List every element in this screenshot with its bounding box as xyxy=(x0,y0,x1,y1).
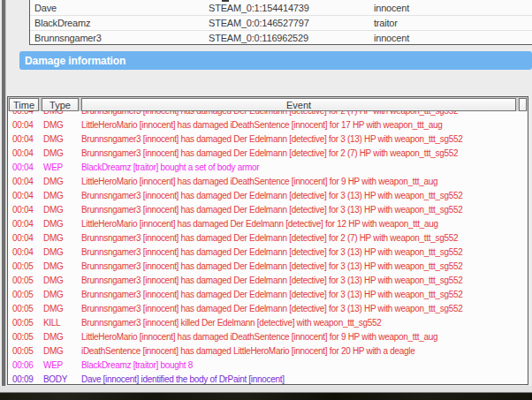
player-name: BlackDreamz xyxy=(34,18,90,28)
log-type: WEP xyxy=(43,360,81,370)
damage-log-window: Dave STEAM_0:1:154414739 innocent BlackD… xyxy=(0,0,532,400)
player-role: innocent xyxy=(374,3,409,13)
log-event: LittleHeroMario [innocent] has damaged i… xyxy=(81,332,528,342)
column-header-event[interactable]: Event xyxy=(81,98,516,111)
game-background-strip xyxy=(0,393,532,400)
log-event: iDeathSentence [innocent] has damaged Li… xyxy=(81,346,528,356)
log-event: LittleHeroMario [innocent] has damaged D… xyxy=(81,219,528,229)
log-event: Brunnsngamer3 [innocent] has damaged Der… xyxy=(81,111,528,116)
log-row[interactable]: 00:04 DMG Brunnsngamer3 [innocent] has d… xyxy=(8,230,528,245)
damage-information-title: Damage information xyxy=(19,55,125,67)
log-time: 00:04 xyxy=(8,134,43,144)
log-type: BODY xyxy=(43,374,81,384)
damage-information-header[interactable]: Damage information xyxy=(19,51,532,70)
player-steam-id: STEAM_0:0:116962529 xyxy=(209,33,308,43)
player-row[interactable]: Dave STEAM_0:1:154414739 innocent xyxy=(30,1,532,16)
log-time: 00:05 xyxy=(8,275,43,285)
log-type: DMG xyxy=(43,233,81,243)
log-type: DMG xyxy=(43,275,81,285)
log-row[interactable]: 00:04 DMG Brunnsngamer3 [innocent] has d… xyxy=(8,132,528,146)
log-row[interactable]: 00:05 DMG LittleHeroMario [innocent] has… xyxy=(8,329,528,343)
log-time: 00:04 xyxy=(8,120,43,130)
log-row[interactable]: 00:05 DMG Brunnsngamer3 [innocent] has d… xyxy=(8,273,528,287)
log-time: 00:04 xyxy=(8,162,43,172)
player-role: innocent xyxy=(374,33,409,43)
log-event: LittleHeroMario [innocent] has damaged i… xyxy=(81,120,528,130)
column-header-type[interactable]: Type xyxy=(42,98,79,111)
log-row[interactable]: 00:04 WEP BlackDreamz [traitor] bought a… xyxy=(8,160,528,174)
log-row[interactable]: 00:05 DMG Brunnsngamer3 [innocent] has d… xyxy=(8,287,528,301)
log-row[interactable]: 00:06 WEP BlackDreamz [traitor] bought 8 xyxy=(8,358,528,372)
log-event: Dave [innocent] identified the body of D… xyxy=(81,374,528,384)
log-type: DMG xyxy=(43,346,81,356)
log-type: WEP xyxy=(43,162,81,172)
log-time: 00:05 xyxy=(8,318,43,328)
player-role: traitor xyxy=(374,18,398,28)
log-row[interactable]: 00:04 DMG LittleHeroMario [innocent] has… xyxy=(8,216,528,230)
log-row[interactable]: 00:04 DMG Brunnsngamer3 [innocent] has d… xyxy=(8,111,528,117)
log-time: 00:09 xyxy=(8,374,43,384)
log-type: DMG xyxy=(43,134,81,144)
log-row[interactable]: 00:05 DMG Brunnsngamer3 [innocent] has d… xyxy=(8,301,528,315)
log-scroll-viewport[interactable]: 00:04 DMG Brunnsngamer3 [innocent] has d… xyxy=(8,111,528,385)
log-type: KILL xyxy=(43,318,81,328)
player-scoreboard: Dave STEAM_0:1:154414739 innocent BlackD… xyxy=(29,0,532,45)
player-row[interactable]: Brunnsngamer3 STEAM_0:0:116962529 innoce… xyxy=(30,31,532,45)
log-row[interactable]: 00:09 BODY Dave [innocent] identified th… xyxy=(8,372,528,385)
player-row[interactable]: BlackDreamz STEAM_0:0:146527797 traitor xyxy=(30,16,532,31)
log-time: 00:05 xyxy=(8,346,43,356)
player-steam-id: STEAM_0:0:146527797 xyxy=(209,18,309,28)
log-row[interactable]: 00:05 DMG iDeathSentence [innocent] has … xyxy=(8,343,528,358)
log-type: DMG xyxy=(43,261,81,271)
log-row[interactable]: 00:04 DMG Brunnsngamer3 [innocent] has d… xyxy=(8,202,528,216)
log-time: 00:04 xyxy=(8,247,43,257)
log-time: 00:04 xyxy=(8,233,43,243)
log-time: 00:04 xyxy=(8,219,43,229)
log-event: Brunnsngamer3 [innocent] has damaged Der… xyxy=(81,191,528,200)
log-type: DMG xyxy=(43,290,81,299)
log-type: DMG xyxy=(43,191,81,200)
log-time: 00:05 xyxy=(8,290,43,299)
log-time: 00:04 xyxy=(8,205,43,215)
player-name: Brunnsngamer3 xyxy=(34,33,102,43)
log-time: 00:04 xyxy=(8,191,43,200)
damage-log-table: Time Type Event 00:04 DMG Brunnsngamer3 … xyxy=(7,96,528,385)
log-event: Brunnsngamer3 [innocent] has damaged Der… xyxy=(81,233,528,243)
log-event: Brunnsngamer3 [innocent] has damaged Der… xyxy=(81,148,528,158)
log-row[interactable]: 00:04 DMG Brunnsngamer3 [innocent] has d… xyxy=(8,146,528,160)
player-steam-id: STEAM_0:1:154414739 xyxy=(209,3,309,13)
log-event: Brunnsngamer3 [innocent] has damaged Der… xyxy=(81,275,528,285)
log-event: Brunnsngamer3 [innocent] has damaged Der… xyxy=(81,247,528,257)
log-row[interactable]: 00:04 DMG LittleHeroMario [innocent] has… xyxy=(8,174,528,188)
log-row[interactable]: 00:05 DMG Brunnsngamer3 [innocent] has d… xyxy=(8,259,528,273)
log-row[interactable]: 00:04 DMG LittleHeroMario [innocent] has… xyxy=(8,117,528,132)
player-name: Dave xyxy=(34,3,57,13)
log-type: DMG xyxy=(43,148,81,158)
log-event: Brunnsngamer3 [innocent] has damaged Der… xyxy=(81,290,528,299)
log-time: 00:04 xyxy=(8,111,43,116)
log-time: 00:04 xyxy=(8,177,43,186)
log-type: DMG xyxy=(43,219,81,229)
log-time: 00:05 xyxy=(8,332,43,342)
log-event: Brunnsngamer3 [innocent] has damaged Der… xyxy=(81,134,528,144)
log-row[interactable]: 00:04 DMG Brunnsngamer3 [innocent] has d… xyxy=(8,188,528,202)
log-type: DMG xyxy=(43,332,81,342)
log-time: 00:04 xyxy=(8,148,43,158)
log-event: Brunnsngamer3 [innocent] has damaged Der… xyxy=(81,304,528,313)
window-left-border-highlight xyxy=(5,0,6,392)
log-event: Brunnsngamer3 [innocent] has damaged Der… xyxy=(81,205,528,215)
log-table-header: Time Type Event xyxy=(8,97,528,111)
log-time: 00:05 xyxy=(8,261,43,271)
log-row[interactable]: 00:05 KILL Brunnsngamer3 [innocent] kill… xyxy=(8,315,528,329)
log-event: LittleHeroMario [innocent] has damaged i… xyxy=(81,177,528,186)
log-type: DMG xyxy=(43,304,81,313)
log-row[interactable]: 00:04 DMG Brunnsngamer3 [innocent] has d… xyxy=(8,245,528,259)
column-header-time[interactable]: Time xyxy=(9,98,39,111)
log-type: DMG xyxy=(43,111,81,116)
log-time: 00:06 xyxy=(8,360,43,370)
log-type: DMG xyxy=(43,120,81,130)
log-event: Brunnsngamer3 [innocent] killed Der Edel… xyxy=(81,318,528,328)
log-event: BlackDreamz [traitor] bought 8 xyxy=(81,360,528,370)
log-time: 00:05 xyxy=(8,304,43,313)
log-type: DMG xyxy=(43,205,81,215)
